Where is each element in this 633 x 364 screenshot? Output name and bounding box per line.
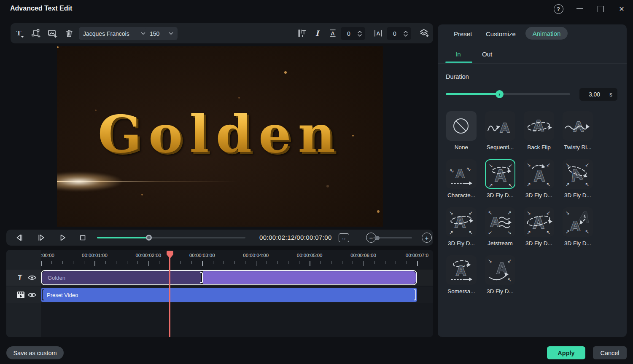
add-image-button[interactable] [47, 28, 57, 38]
seek-thumb[interactable] [146, 235, 152, 241]
minimize-icon [576, 8, 583, 9]
animation-item-sequenti[interactable]: ASequenti... [485, 111, 515, 150]
apply-button[interactable]: Apply [547, 346, 585, 359]
ruler-label: 00:00:05:00 [297, 253, 323, 258]
help-button[interactable]: ? [552, 3, 564, 15]
drop-icon[interactable]: ↘↗↖AA [563, 207, 593, 237]
duration-value-box[interactable]: 3,00 s [579, 88, 617, 101]
animation-item-somersa[interactable]: ASomersa... [446, 255, 477, 294]
orbit-big-icon[interactable]: ↘↙↗↖A [524, 207, 554, 237]
font-family-select[interactable]: Jacques Francois [79, 27, 150, 40]
animation-item-label: 3D Fly D... [558, 240, 598, 246]
animation-item-3d-fly-d[interactable]: ↘↙↗↖A3D Fly D... [485, 159, 515, 198]
subtab-out[interactable]: Out [482, 51, 492, 58]
stop-button[interactable] [77, 232, 88, 243]
animation-item-3d-fly-d[interactable]: ↘↙↗↖A3D Fly D... [524, 207, 554, 246]
arc-under-icon[interactable]: ↘↙↖A [485, 255, 515, 285]
minimize-button[interactable] [574, 3, 585, 15]
ruler-tick [41, 261, 42, 266]
svg-text:A: A [331, 30, 335, 37]
svg-text:↗: ↗ [449, 230, 453, 236]
tab-customize[interactable]: Customize [486, 30, 516, 37]
fit-to-window-button[interactable]: ↔ [339, 233, 349, 242]
animation-item-3d-fly-d[interactable]: ↘↗↖AA3D Fly D... [563, 207, 593, 246]
vertical-text-button[interactable] [296, 28, 307, 38]
wave-icon[interactable]: A [563, 111, 593, 141]
orbit-in-icon[interactable]: ↘↙↗↖A [485, 159, 515, 189]
next-frame-button[interactable] [36, 232, 47, 243]
tab-preset[interactable]: Preset [454, 30, 472, 37]
video-clip-preset[interactable]: Preset Video [41, 288, 417, 302]
animation-in-handle[interactable] [200, 272, 203, 283]
animation-item-characte[interactable]: A∿∿Characte... [446, 159, 477, 198]
animation-item-3d-fly-d[interactable]: ↘↙↗↖A3D Fly D... [563, 159, 593, 198]
video-clip-label: Preset Video [47, 292, 78, 298]
jetstream-icon[interactable]: ↖↗↙↘A [485, 207, 515, 237]
bounce-icon[interactable]: A [485, 111, 515, 141]
somersault-icon[interactable]: A [446, 255, 477, 285]
cancel-button[interactable]: Cancel [593, 346, 627, 359]
seek-slider[interactable] [97, 237, 245, 238]
animation-item-label: Twisty Ri... [558, 144, 598, 150]
text-3d-layers-button[interactable] [419, 28, 429, 38]
save-as-custom-button[interactable]: Save as custom [6, 346, 64, 359]
font-size-select[interactable]: 150 [145, 27, 178, 40]
tab-animation[interactable]: Animation [525, 27, 568, 40]
clip-left-handle[interactable] [42, 289, 44, 300]
orbit-in2-icon[interactable]: ↘↙↗↖A [446, 207, 477, 237]
video-preview[interactable]: Golden [57, 46, 383, 227]
svg-text:↙: ↙ [469, 210, 473, 216]
animation-item-jetstream[interactable]: ↖↗↙↘AJetstream [485, 207, 515, 246]
text-track-icon: T [16, 273, 26, 283]
arc-in-icon[interactable]: ↘↙↗↖A [524, 159, 554, 189]
video-track-visibility-toggle[interactable] [27, 290, 38, 300]
orbit-icon[interactable]: A [524, 111, 554, 141]
subtab-in[interactable]: In [455, 51, 461, 58]
duration-thumb[interactable]: › [496, 90, 504, 98]
italic-button[interactable]: I [312, 28, 322, 38]
animation-item-label: Characte... [441, 192, 482, 198]
ruler-label: 00:00:01:00 [82, 253, 108, 258]
char-dash-icon[interactable]: A∿∿ [446, 159, 477, 189]
previous-frame-button[interactable] [14, 232, 25, 243]
svg-text:↗: ↗ [566, 182, 570, 187]
active-subtab-underline [445, 62, 472, 63]
eye-icon [27, 273, 37, 282]
letter-spacing-icon: A [373, 28, 383, 38]
transform-button[interactable] [31, 28, 41, 38]
animation-item-none[interactable]: None [446, 111, 477, 150]
close-button[interactable]: ✕ [616, 3, 628, 15]
add-text-button[interactable]: T [15, 28, 25, 38]
text-tool-icon: T [15, 28, 25, 38]
maximize-button[interactable] [595, 3, 606, 15]
animation-item-3d-fly-d[interactable]: ↘↙↖A3D Fly D... [485, 255, 515, 294]
animation-item-3d-fly-d[interactable]: ↘↙↗↖A3D Fly D... [446, 207, 477, 246]
animation-item-3d-fly-d[interactable]: ↘↙↗↖A3D Fly D... [524, 159, 554, 198]
ruler-tick [73, 261, 73, 264]
letter-spacing-button[interactable]: A [373, 28, 383, 38]
line-spacing-stepper[interactable]: 0 [341, 27, 365, 40]
line-spacing-button[interactable]: A [328, 28, 338, 38]
tilt-orbit-icon[interactable]: ↘↙↗↖A [563, 159, 593, 189]
preview-title-text: Golden [57, 104, 383, 164]
clip-right-handle[interactable] [414, 289, 416, 300]
duration-slider[interactable]: › [446, 93, 570, 95]
none-icon[interactable] [446, 111, 477, 141]
font-family-value: Jacques Francois [83, 30, 129, 37]
text-clip-golden[interactable]: Golden [41, 270, 417, 285]
play-button[interactable] [57, 232, 68, 243]
ruler-tick [353, 261, 353, 264]
ruler-tick [331, 261, 331, 264]
text-track-visibility-toggle[interactable] [27, 273, 38, 283]
animation-item-back-flip[interactable]: ABack Flip [524, 111, 554, 150]
playhead-line[interactable] [169, 253, 170, 337]
zoom-in-button[interactable]: + [422, 233, 432, 243]
animation-item-twisty-ri[interactable]: ATwisty Ri... [563, 111, 593, 150]
timeline-zoom-thumb[interactable] [375, 236, 380, 240]
ruler-tick [299, 261, 299, 264]
playhead-marker[interactable] [167, 251, 173, 259]
timeline[interactable]: :00:0000:00:01:0000:00:02:0000:00:03:000… [6, 250, 433, 337]
delete-button[interactable] [64, 28, 74, 38]
video-track-icon [16, 290, 26, 300]
letter-spacing-stepper[interactable]: 0 [387, 27, 411, 40]
